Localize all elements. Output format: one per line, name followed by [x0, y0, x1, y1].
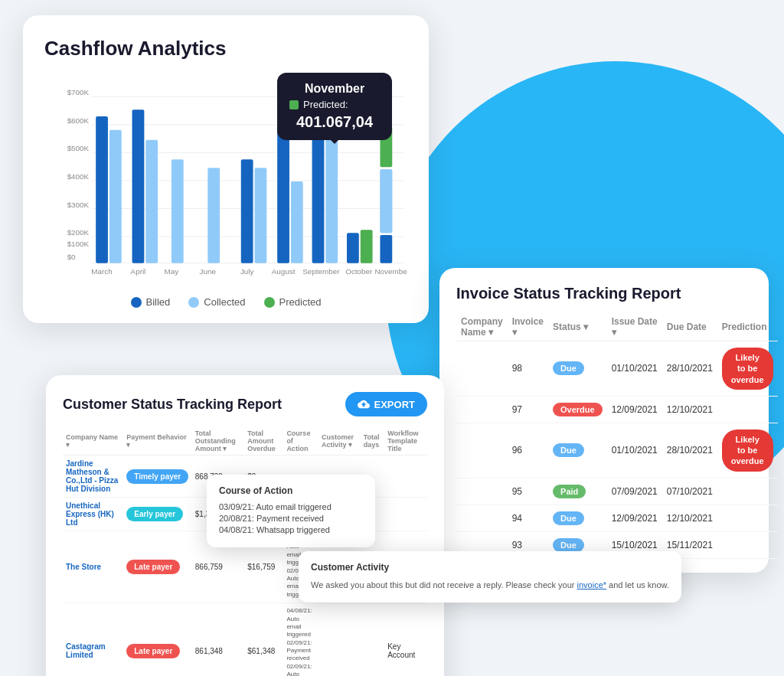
- col-overdue: Total Amount Overdue: [244, 427, 283, 456]
- invoice-company: [456, 423, 508, 478]
- invoice-table: Company Name ▾ Invoice ▾ Status ▾ Issue …: [456, 313, 778, 559]
- legend-billed: Billed: [131, 296, 171, 308]
- coa-tooltip-title: Course of Action: [219, 485, 363, 496]
- svg-text:$400K: $400K: [67, 172, 90, 181]
- invoice-id: 94: [508, 505, 548, 531]
- billed-dot-icon: [131, 297, 142, 308]
- svg-rect-25: [312, 136, 325, 263]
- customer-activity: [318, 603, 361, 676]
- predicted-dot-icon: [289, 100, 299, 109]
- invoice-prediction: [717, 478, 778, 505]
- invoice-link[interactable]: invoice*: [577, 580, 607, 589]
- invoice-company: [456, 341, 508, 397]
- legend-collected-label: Collected: [204, 296, 245, 308]
- customer-card-header: Customer Status Tracking Report EXPORT: [63, 392, 427, 416]
- invoice-id: 95: [508, 478, 548, 505]
- svg-text:$700K: $700K: [67, 88, 90, 96]
- invoice-id: 98: [508, 341, 548, 397]
- customer-company: Jardine Matheson & Co.,Ltd - Pizza Hut D…: [63, 456, 123, 498]
- invoice-issue-date: 12/09/2021: [607, 505, 662, 531]
- ca-tooltip-title: Customer Activity: [311, 562, 669, 573]
- customer-overdue: $61,348: [244, 603, 283, 676]
- customer-company: The Store: [63, 531, 123, 603]
- customer-workflow: [384, 498, 427, 531]
- coa-item-3: 04/08/21: Whatsapp triggered: [219, 525, 363, 534]
- svg-text:April: April: [131, 267, 146, 276]
- col-activity: Customer Activity ▾: [318, 427, 361, 456]
- invoice-due-date: 28/10/2021: [662, 423, 717, 478]
- col-payment-behavior: Payment Behavior ▾: [123, 427, 192, 456]
- svg-text:July: July: [240, 267, 254, 276]
- collected-dot-icon: [188, 297, 199, 308]
- col-invoice: Invoice ▾: [508, 313, 548, 341]
- svg-rect-24: [291, 181, 303, 263]
- customer-company: Castagram Limited: [63, 603, 123, 676]
- customer-title: Customer Status Tracking Report: [63, 397, 282, 413]
- svg-text:$200K: $200K: [67, 228, 90, 237]
- customer-coa: 04/08/21: Auto email triggered02/09/21: …: [283, 603, 318, 676]
- svg-text:August: August: [272, 267, 296, 276]
- col-due: Due Date: [662, 313, 717, 341]
- svg-rect-15: [96, 116, 108, 263]
- svg-text:May: May: [165, 267, 179, 276]
- export-button[interactable]: EXPORT: [345, 392, 427, 416]
- predicted-label: Predicted:: [303, 99, 348, 110]
- invoice-company: [456, 505, 508, 531]
- invoice-title: Invoice Status Tracking Report: [456, 285, 752, 302]
- svg-rect-21: [241, 159, 253, 263]
- col-issue: Issue Date ▾: [607, 313, 662, 341]
- col-workflow: Workflow Template Title: [384, 427, 427, 456]
- chart-area: $700K $600K $500K $400K $300K $200K $100…: [44, 73, 407, 287]
- invoice-company: [456, 478, 508, 505]
- svg-text:$500K: $500K: [67, 144, 90, 152]
- invoice-status: Due: [548, 505, 607, 531]
- svg-text:$600K: $600K: [67, 116, 90, 125]
- invoice-status: Overdue: [548, 396, 607, 423]
- svg-text:$100K: $100K: [67, 240, 90, 248]
- invoice-issue-date: 01/10/2021: [607, 341, 662, 397]
- svg-rect-23: [277, 121, 289, 263]
- customer-company: Unethical Express (HK) Ltd: [63, 498, 123, 531]
- legend-collected: Collected: [188, 296, 245, 308]
- svg-rect-20: [207, 168, 220, 263]
- ca-tooltip: Customer Activity We asked you about thi…: [299, 551, 681, 603]
- invoice-prediction: [717, 531, 778, 558]
- tooltip-month: November: [289, 82, 380, 96]
- invoice-id: 96: [508, 423, 548, 478]
- invoice-prediction: Likely to be overdue: [717, 423, 778, 478]
- cashflow-title: Cashflow Analytics: [44, 37, 407, 60]
- svg-text:June: June: [200, 267, 217, 276]
- invoice-status: Paid: [548, 478, 607, 505]
- svg-rect-19: [172, 159, 184, 263]
- svg-rect-16: [109, 130, 122, 263]
- invoice-issue-date: 12/09/2021: [607, 396, 662, 423]
- invoice-issue-date: 07/09/2021: [607, 478, 662, 505]
- export-label: EXPORT: [374, 399, 415, 410]
- col-status: Status ▾: [548, 313, 607, 341]
- svg-rect-18: [145, 140, 158, 263]
- invoice-row: 97 Overdue 12/09/2021 12/10/2021: [456, 396, 778, 423]
- ca-tooltip-text: We asked you about this but did not rece…: [311, 579, 669, 592]
- invoice-due-date: 12/10/2021: [662, 396, 717, 423]
- customer-outstanding: 861,348: [192, 603, 244, 676]
- coa-tooltip: Course of Action 03/09/21: Auto email tr…: [207, 475, 375, 547]
- invoice-row: 95 Paid 07/09/2021 07/10/2021: [456, 478, 778, 505]
- customer-behavior: Timely payer: [123, 456, 192, 498]
- svg-rect-17: [132, 109, 145, 263]
- customer-behavior: Late payer: [123, 531, 192, 603]
- cashflow-tooltip: November Predicted: 401.067,04: [277, 73, 392, 140]
- invoice-id: 97: [508, 396, 548, 423]
- invoice-row: 96 Due 01/10/2021 28/10/2021 Likely to b…: [456, 423, 778, 478]
- col-days: Total days: [361, 427, 384, 456]
- invoice-status: Due: [548, 341, 607, 397]
- predicted-dot-legend-icon: [264, 297, 275, 308]
- svg-text:October: October: [345, 267, 373, 276]
- svg-text:$300K: $300K: [67, 201, 90, 209]
- customer-days: [361, 603, 384, 676]
- predicted-value: 401.067,04: [289, 113, 380, 131]
- invoice-row: 98 Due 01/10/2021 28/10/2021 Likely to b…: [456, 341, 778, 397]
- svg-text:September: September: [302, 267, 340, 276]
- invoice-company: [456, 396, 508, 423]
- legend-predicted-label: Predicted: [279, 296, 322, 308]
- svg-text:$0: $0: [67, 253, 76, 261]
